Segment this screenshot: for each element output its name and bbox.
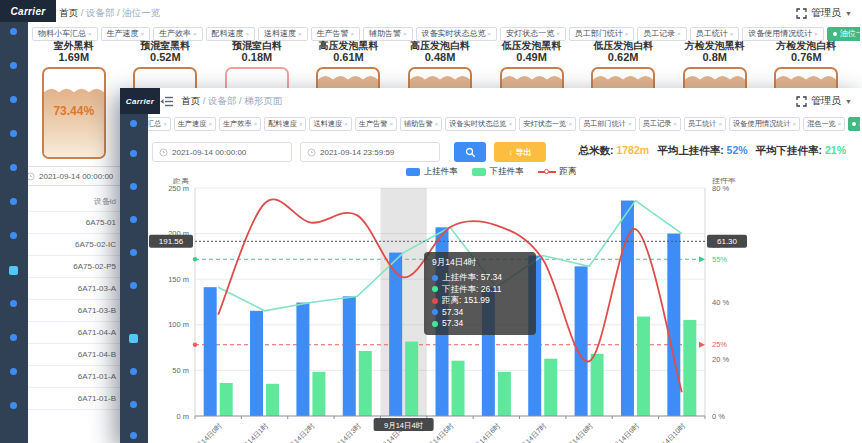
sidebar-menu-icon[interactable] xyxy=(130,368,137,375)
close-tab-icon[interactable]: × xyxy=(625,31,629,37)
sidebar-menu-icon[interactable] xyxy=(130,401,137,408)
breadcrumb-item[interactable]: 首页 xyxy=(59,7,78,18)
sidebar-menu-icon[interactable] xyxy=(10,130,17,137)
view-tab[interactable]: 送料速度× xyxy=(309,117,351,130)
sidebar-menu-icon[interactable] xyxy=(130,216,137,223)
breadcrumb-item[interactable]: 首页 xyxy=(181,95,200,106)
view-tab[interactable]: 配料速度× xyxy=(264,117,306,130)
view-tab[interactable]: 送料速度× xyxy=(258,27,308,41)
close-tab-icon[interactable]: × xyxy=(163,121,167,127)
close-tab-icon[interactable]: × xyxy=(299,121,303,127)
sidebar-menu-icon[interactable] xyxy=(10,198,17,205)
legend-item[interactable]: 下挂件率 xyxy=(472,166,524,178)
view-tab[interactable]: 员工部门统计× xyxy=(579,117,636,130)
date-to-input[interactable]: 2021-09-14 23:59:59 xyxy=(300,142,440,162)
view-tab[interactable]: 辅助告警× xyxy=(363,27,413,41)
legend-item[interactable]: 距离 xyxy=(538,166,577,178)
view-tab-active[interactable]: 油位一览× xyxy=(827,27,860,41)
sidebar-menu-icon[interactable] xyxy=(10,96,17,103)
close-tab-icon[interactable]: × xyxy=(488,31,492,37)
breadcrumb[interactable]: 首页 / 设备部 / 油位一览 xyxy=(59,7,160,20)
close-tab-icon[interactable]: × xyxy=(208,121,212,127)
close-tab-icon[interactable]: × xyxy=(730,31,734,37)
table-row[interactable]: 6A75-02-P5 xyxy=(20,256,120,278)
table-row[interactable]: 6A71-04-B xyxy=(20,344,120,366)
close-tab-icon[interactable]: × xyxy=(838,121,842,127)
view-tab[interactable]: 员工统计× xyxy=(684,117,726,130)
close-tab-icon[interactable]: × xyxy=(509,121,513,127)
sidebar-toggle-icon[interactable] xyxy=(130,120,137,127)
close-tab-icon[interactable]: × xyxy=(628,121,632,127)
date-input[interactable]: 2021-09-14 00:00:00 xyxy=(20,166,134,186)
legend-item[interactable]: 上挂件率 xyxy=(406,166,458,178)
close-tab-icon[interactable]: × xyxy=(246,31,250,37)
sidebar-menu-icon[interactable] xyxy=(10,402,17,409)
sidebar-menu-icon[interactable] xyxy=(129,334,138,343)
view-tab[interactable]: 生产效率× xyxy=(219,117,261,130)
admin-menu[interactable]: 管理员 ▼ xyxy=(796,0,852,26)
sidebar-menu-icon[interactable] xyxy=(10,164,17,171)
close-tab-icon[interactable]: × xyxy=(298,31,302,37)
view-tab[interactable]: 配料速度× xyxy=(206,27,256,41)
view-tab[interactable]: 生产速度× xyxy=(101,27,151,41)
view-tab[interactable]: 安灯状态一览× xyxy=(500,27,566,41)
sidebar-menu-icon[interactable] xyxy=(10,368,17,375)
view-tab[interactable]: 员工部门统计× xyxy=(569,27,635,41)
view-tab[interactable]: 物料小车汇总× xyxy=(148,117,171,130)
trapezoid-chart[interactable]: 55%25%9月14日0时9月14日1时9月14日2时9月14日3时9月14日4… xyxy=(120,178,862,443)
close-tab-icon[interactable]: × xyxy=(344,121,348,127)
view-tab[interactable]: 生产告警× xyxy=(311,27,361,41)
table-row[interactable]: 6A71-03-B xyxy=(20,300,120,322)
close-tab-icon[interactable]: × xyxy=(568,121,572,127)
view-tab[interactable]: 设备使用情况统计× xyxy=(742,27,824,41)
view-tab[interactable]: 安灯状态一览× xyxy=(519,117,576,130)
view-tab-active[interactable]: 梯形页面× xyxy=(848,117,860,130)
close-tab-icon[interactable]: × xyxy=(141,31,145,37)
search-button[interactable] xyxy=(454,142,486,162)
table-row[interactable]: 6A71-04-A xyxy=(20,322,120,344)
close-tab-icon[interactable]: × xyxy=(673,121,677,127)
sidebar-menu-icon[interactable] xyxy=(130,249,137,256)
date-from-input[interactable]: 2021-09-14 00:00:00 xyxy=(152,142,292,162)
export-button[interactable]: ↓ 导出 xyxy=(494,142,546,162)
chart-legend[interactable]: 上挂件率下挂件率距离 xyxy=(120,166,862,178)
sidebar-menu-icon[interactable] xyxy=(10,232,17,239)
close-tab-icon[interactable]: × xyxy=(677,31,681,37)
view-tab[interactable]: 生产速度× xyxy=(174,117,216,130)
sidebar-menu-icon[interactable] xyxy=(130,282,137,289)
view-tab[interactable]: 员工记录× xyxy=(637,27,687,41)
view-tab[interactable]: 员工统计× xyxy=(690,27,740,41)
sidebar-menu-icon[interactable] xyxy=(130,183,137,190)
table-row[interactable]: 6A71-01-B xyxy=(20,388,120,410)
close-tab-icon[interactable]: × xyxy=(254,121,258,127)
close-tab-icon[interactable]: × xyxy=(403,31,407,37)
sidebar-toggle-icon[interactable] xyxy=(10,28,17,35)
view-tab[interactable]: 生产效率× xyxy=(153,27,203,41)
view-tab[interactable]: 混色一览× xyxy=(803,117,845,130)
close-tab-icon[interactable]: × xyxy=(389,121,393,127)
fullscreen-icon[interactable] xyxy=(796,8,807,19)
close-tab-icon[interactable]: × xyxy=(193,31,197,37)
sidebar-menu-icon[interactable] xyxy=(130,432,137,439)
close-tab-icon[interactable]: × xyxy=(814,31,818,37)
close-tab-icon[interactable]: × xyxy=(793,121,797,127)
admin-label[interactable]: 管理员 xyxy=(811,6,841,20)
close-tab-icon[interactable]: × xyxy=(556,31,560,37)
table-row[interactable]: 6A71-03-A xyxy=(20,278,120,300)
view-tab[interactable]: 辅助告警× xyxy=(400,117,442,130)
close-tab-icon[interactable]: × xyxy=(719,121,723,127)
view-tab[interactable]: 设备实时状态总览× xyxy=(416,27,498,41)
breadcrumb-item[interactable]: 设备部 xyxy=(86,7,115,18)
sidebar-menu-icon[interactable] xyxy=(9,266,18,275)
breadcrumb-item[interactable]: 设备部 xyxy=(208,95,237,106)
table-row[interactable]: 6A75-01 xyxy=(20,212,120,234)
view-tab[interactable]: 设备实时状态总览× xyxy=(445,117,516,130)
breadcrumb[interactable]: 首页 / 设备部 / 梯形页面 xyxy=(181,95,282,108)
admin-label[interactable]: 管理员 xyxy=(811,94,841,108)
collapse-sidebar-icon[interactable] xyxy=(160,96,173,107)
sidebar-menu-icon[interactable] xyxy=(130,150,137,157)
close-tab-icon[interactable]: × xyxy=(435,121,439,127)
admin-menu[interactable]: 管理员 ▼ xyxy=(796,88,852,114)
view-tab[interactable]: 生产告警× xyxy=(355,117,397,130)
view-tab[interactable]: 设备使用情况统计× xyxy=(729,117,800,130)
